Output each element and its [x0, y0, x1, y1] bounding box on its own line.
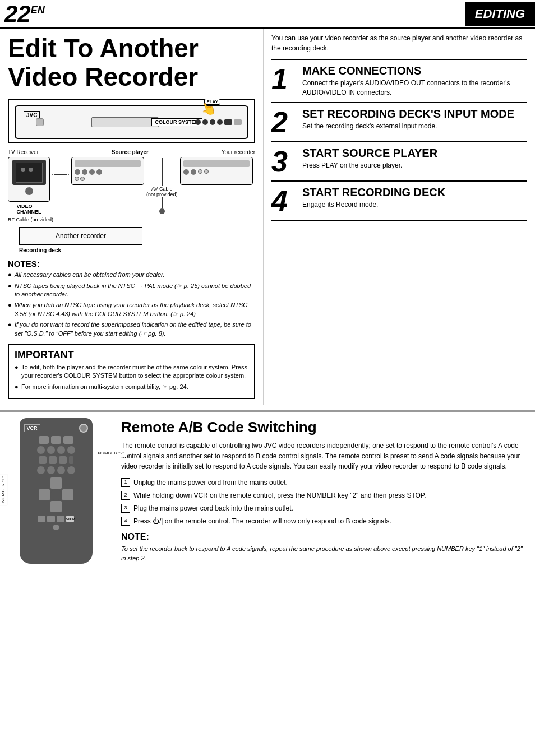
remote-body: VCR NUMBER "2"	[20, 418, 93, 564]
source-player-label: Source player	[112, 149, 149, 155]
remote-step-2-text: While holding down VCR on the remote con…	[133, 490, 426, 500]
main-content: Edit To Another Video Recorder JVC COLOU…	[0, 29, 535, 405]
step-num-4: 4	[121, 517, 130, 526]
page-number: 22EN	[0, 2, 49, 26]
remote-btn-g[interactable]	[67, 446, 75, 454]
vcr-slot-source	[75, 160, 141, 167]
right-column: You can use your video recorder as the s…	[264, 29, 535, 405]
vcr-slot	[91, 117, 159, 127]
remote-step-4-text: Press ⏻/| on the remote control. The rec…	[133, 516, 391, 526]
power-button[interactable]	[79, 424, 88, 433]
stop-label: STOP	[66, 517, 75, 521]
section-label: EDITING	[465, 2, 535, 26]
remote-btn-n[interactable]	[57, 466, 65, 474]
step-3-desc: Press PLAY on the source player.	[302, 161, 527, 170]
source-vcr	[71, 157, 144, 215]
note-text: To set the recorder back to respond to A…	[121, 544, 526, 563]
step-num-3: 3	[121, 504, 130, 513]
nav-down[interactable]	[50, 501, 62, 512]
rf-cable-area	[52, 157, 69, 215]
important-section: IMPORTANT To edit, both the player and t…	[8, 344, 255, 399]
tv-knob	[25, 187, 33, 195]
remote-btn-row-1	[24, 436, 88, 444]
nav-up[interactable]	[50, 477, 62, 489]
remote-btn-i[interactable]	[49, 456, 57, 464]
number2-annotation: NUMBER "2"	[95, 449, 127, 457]
remote-btn-j[interactable]	[59, 456, 67, 464]
nav-right[interactable]	[62, 489, 73, 500]
av-cable-area: AV Cable(not provided)	[146, 157, 178, 215]
remote-btn-k[interactable]	[69, 456, 73, 464]
tv-screen-inner	[16, 163, 43, 183]
step-4-desc: Engage its Record mode.	[302, 200, 527, 210]
tv-device: VIDEOCHANNEL	[8, 157, 50, 215]
remote-btn-l[interactable]	[37, 466, 45, 474]
remote-btn-f[interactable]	[57, 446, 65, 454]
remote-btn-o[interactable]	[67, 466, 75, 474]
device-labels: TV Receiver Source player Your recorder	[8, 149, 255, 155]
step-3: 3 START SOURCE PLAYER Press PLAY on the …	[271, 142, 527, 182]
intro-text: You can use your video recorder as the s…	[271, 33, 527, 53]
note-section: NOTE: To set the recorder back to respon…	[121, 532, 526, 563]
extra-btn-row	[24, 525, 88, 530]
step-4-number: 4	[271, 186, 297, 215]
important-item-1: To edit, both the player and the recorde…	[15, 363, 248, 381]
remote-btn-e[interactable]	[47, 446, 55, 454]
remote-step-4: 4 Press ⏻/| on the remote control. The r…	[121, 516, 526, 526]
notes-item-2: NTSC tapes being played back in the NTSC…	[8, 282, 255, 299]
recording-deck-label: Recording deck	[19, 247, 255, 253]
remote-step-3: 3 Plug the mains power cord back into th…	[121, 503, 526, 513]
remote-steps-list: 1 Unplug the mains power cord from the m…	[121, 477, 526, 526]
step-4-content: START RECORDING DECK Engage its Record m…	[302, 186, 527, 210]
note-title: NOTE:	[121, 532, 526, 542]
transport-row: STOP	[24, 516, 88, 522]
step-1-desc: Connect the player's AUDIO/VIDEO OUT con…	[302, 78, 527, 98]
stop-btn[interactable]: STOP	[66, 516, 74, 522]
step-3-title: START SOURCE PLAYER	[302, 147, 527, 159]
remote-btn-h[interactable]	[39, 456, 47, 464]
nav-center[interactable]	[50, 489, 62, 500]
step-2-desc: Set the recording deck's external input …	[302, 122, 527, 131]
step-3-content: START SOURCE PLAYER Press PLAY on the so…	[302, 147, 527, 170]
remote-btn-d[interactable]	[37, 446, 45, 454]
remote-step-3-text: Plug the mains power cord back into the …	[133, 503, 293, 513]
step-2-content: SET RECORDING DECK'S INPUT MODE Set the …	[302, 108, 527, 131]
step-1-content: MAKE CONNECTIONS Connect the player's AU…	[302, 64, 527, 98]
remote-btn-c[interactable]	[63, 436, 73, 444]
another-recorder-box: Another recorder	[19, 227, 142, 245]
remote-text-section: Remote A/B Code Switching The remote con…	[112, 412, 535, 569]
notes-item-1: All necessary cables can be obtained fro…	[8, 271, 255, 279]
extra-btn[interactable]	[53, 525, 59, 530]
another-recorder-area: Another recorder Recording deck	[19, 227, 255, 253]
notes-list: All necessary cables can be obtained fro…	[8, 271, 255, 338]
tv-box	[8, 157, 50, 202]
step-2-title: SET RECORDING DECK'S INPUT MODE	[302, 108, 527, 120]
source-vcr-box	[71, 157, 144, 185]
step-2: 2 SET RECORDING DECK'S INPUT MODE Set th…	[271, 103, 527, 142]
step-num-1: 1	[121, 478, 130, 487]
remote-vcr-label[interactable]: VCR	[24, 424, 40, 432]
remote-btn-b[interactable]	[51, 436, 61, 444]
play-btn[interactable]	[47, 516, 55, 522]
remote-step-1-text: Unplug the mains power cord from the mai…	[133, 477, 288, 488]
step-4-title: START RECORDING DECK	[302, 186, 527, 198]
remote-intro: The remote control is capable of control…	[121, 440, 526, 472]
remote-diagram: NUMBER "1" VCR	[0, 412, 112, 569]
nav-left[interactable]	[39, 489, 50, 500]
remote-step-1: 1 Unplug the mains power cord from the m…	[121, 477, 526, 488]
tv-label: TV Receiver	[8, 149, 39, 155]
remote-btn-a[interactable]	[39, 436, 49, 444]
remote-btn-m[interactable]	[47, 466, 55, 474]
ff-btn[interactable]	[57, 516, 64, 522]
rf-cable-label: RF Cable (provided)	[8, 217, 255, 222]
remote-power-area	[79, 424, 88, 433]
rew-btn[interactable]	[38, 516, 45, 522]
number1-annotation: NUMBER "1"	[0, 474, 7, 505]
remote-btn-row-4	[24, 466, 88, 474]
step-1-title: MAKE CONNECTIONS	[302, 64, 527, 77]
important-title: IMPORTANT	[15, 349, 248, 361]
step-1: 1 MAKE CONNECTIONS Connect the player's …	[271, 60, 527, 103]
vcr-diagram: JVC COLOUR SYSTEM PLAY 👆	[8, 99, 255, 143]
remote-btn-row-2	[24, 446, 88, 454]
step-4: 4 START RECORDING DECK Engage its Record…	[271, 182, 527, 221]
